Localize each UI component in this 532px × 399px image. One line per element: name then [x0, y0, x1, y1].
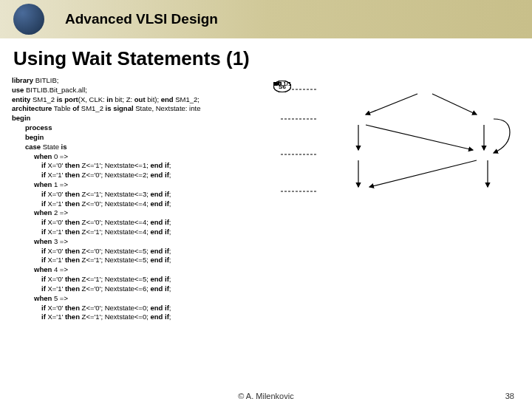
slide-title: Using Wait Statements (1) — [0, 38, 532, 76]
footer-page: 38 — [505, 392, 514, 399]
svg-line-5 — [432, 94, 477, 115]
edge-s4-s6: 1/0 — [273, 81, 282, 87]
svg-line-4 — [366, 94, 417, 115]
diagram-svg — [273, 81, 525, 221]
header-bar: Advanced VLSI Design — [0, 0, 532, 38]
header-title: Advanced VLSI Design — [65, 11, 218, 27]
svg-line-10 — [369, 160, 477, 187]
state-diagram: t₀ t₁ t₂ t₃ S0 S1 S2 S3 S4 S5 S6 NC C NC… — [273, 81, 525, 221]
code-block: library BITLIB; use BITLIB.Bit_pack.all;… — [12, 76, 263, 322]
svg-line-7 — [366, 125, 473, 150]
globe-icon — [13, 4, 44, 35]
footer-copyright: © A. Milenkovic — [238, 392, 293, 399]
